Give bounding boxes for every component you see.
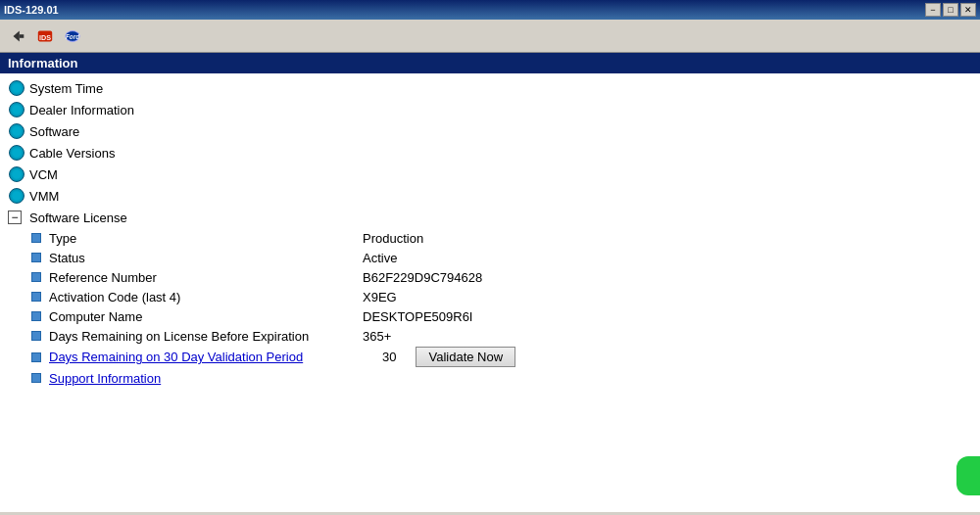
- status-icon: [31, 253, 41, 262]
- sub-item-computer-name: Computer Name DESKTOPE509R6I: [31, 306, 980, 326]
- activation-code-label: Activation Code (last 4): [49, 290, 343, 304]
- cable-versions-label: Cable Versions: [29, 146, 115, 161]
- vcm-icon: [8, 165, 25, 183]
- days-validation-value: 30: [382, 350, 396, 364]
- sub-item-activation-code: Activation Code (last 4) X9EG: [31, 287, 980, 306]
- window-controls: − □ ✕: [925, 3, 976, 17]
- section-header: Information: [0, 53, 980, 73]
- vmm-icon: [8, 187, 25, 205]
- svg-text:Ford: Ford: [66, 32, 79, 39]
- sub-item-days-expiration: Days Remaining on License Before Expirat…: [31, 326, 980, 346]
- support-info-label[interactable]: Support Information: [49, 371, 343, 386]
- nav-item-dealer-info[interactable]: Dealer Information: [0, 99, 980, 120]
- vmm-label: VMM: [29, 189, 59, 204]
- days-validation-icon: [31, 352, 41, 362]
- status-value: Active: [363, 251, 397, 265]
- computer-name-value: DESKTOPE509R6I: [363, 309, 472, 324]
- main-content: System Time Dealer Information Software …: [0, 73, 980, 512]
- close-button[interactable]: ✕: [960, 3, 976, 17]
- days-expiration-label: Days Remaining on License Before Expirat…: [49, 329, 343, 344]
- svg-text:IDS: IDS: [39, 32, 51, 41]
- software-license-header[interactable]: − Software License: [8, 207, 980, 228]
- title-bar: IDS-129.01 − □ ✕: [0, 0, 980, 20]
- days-validation-label[interactable]: Days Remaining on 30 Day Validation Peri…: [49, 350, 343, 364]
- software-license-section: − Software License Type Production Statu…: [0, 207, 980, 388]
- reference-number-label: Reference Number: [49, 270, 343, 285]
- reference-number-value: B62F229D9C794628: [363, 270, 482, 285]
- sub-item-reference-number: Reference Number B62F229D9C794628: [31, 267, 980, 287]
- ford-icon: Ford: [64, 26, 81, 46]
- system-time-label: System Time: [29, 81, 103, 96]
- window-title: IDS-129.01: [4, 4, 59, 16]
- svg-marker-0: [14, 30, 20, 41]
- home-button[interactable]: IDS: [31, 23, 59, 50]
- computer-name-label: Computer Name: [49, 309, 343, 324]
- maximize-button[interactable]: □: [943, 3, 958, 17]
- software-icon: [8, 122, 25, 140]
- back-button[interactable]: [4, 23, 31, 50]
- nav-item-vcm[interactable]: VCM: [0, 164, 980, 185]
- days-expiration-value: 365+: [363, 329, 391, 344]
- sub-item-list: Type Production Status Active Reference …: [8, 228, 980, 388]
- software-license-label: Software License: [29, 211, 127, 225]
- minimize-button[interactable]: −: [925, 3, 941, 17]
- status-label: Status: [49, 251, 343, 265]
- sub-item-type: Type Production: [31, 228, 980, 248]
- reference-number-icon: [31, 272, 41, 282]
- days-expiration-icon: [31, 331, 41, 341]
- section-header-label: Information: [8, 56, 78, 70]
- back-icon: [9, 26, 26, 46]
- svg-rect-1: [20, 34, 24, 38]
- software-label: Software: [29, 124, 79, 139]
- nav-list: System Time Dealer Information Software …: [0, 73, 980, 392]
- support-info-icon: [31, 373, 41, 383]
- activation-code-icon: [31, 292, 41, 302]
- cable-versions-icon: [8, 144, 25, 162]
- software-license-expand-icon: −: [8, 209, 25, 226]
- sub-item-status: Status Active: [31, 248, 980, 267]
- type-label: Type: [49, 231, 343, 246]
- validate-now-button[interactable]: Validate Now: [416, 347, 515, 367]
- dealer-info-icon: [8, 101, 25, 118]
- vcm-label: VCM: [29, 167, 58, 182]
- minus-icon: −: [8, 211, 22, 224]
- type-value: Production: [363, 231, 423, 246]
- computer-name-icon: [31, 311, 41, 321]
- nav-item-vmm[interactable]: VMM: [0, 185, 980, 207]
- nav-item-system-time[interactable]: System Time: [0, 77, 980, 99]
- toolbar: IDS Ford: [0, 20, 980, 53]
- sub-item-days-validation: Days Remaining on 30 Day Validation Peri…: [31, 346, 980, 368]
- bottom-circle-button[interactable]: [956, 456, 980, 495]
- validate-area: 30 Validate Now: [363, 347, 515, 367]
- nav-item-software[interactable]: Software: [0, 120, 980, 142]
- logo-button[interactable]: Ford: [59, 23, 86, 50]
- type-icon: [31, 233, 41, 243]
- home-icon: IDS: [36, 26, 54, 46]
- activation-code-value: X9EG: [363, 290, 397, 304]
- nav-item-cable-versions[interactable]: Cable Versions: [0, 142, 980, 164]
- sub-item-support-info: Support Information: [31, 368, 980, 388]
- system-time-icon: [8, 79, 25, 97]
- dealer-info-label: Dealer Information: [29, 103, 134, 117]
